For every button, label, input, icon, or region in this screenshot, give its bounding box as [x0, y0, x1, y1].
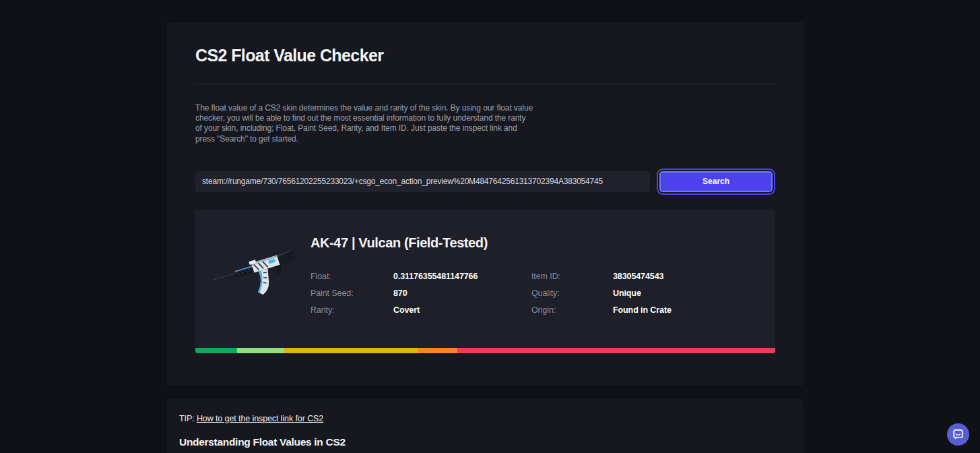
item-result-card: AK-47 | Vulcan (Field-Tested) Float: 0.3…	[195, 210, 775, 353]
search-button[interactable]: Search	[659, 171, 773, 192]
float-checker-card: CS2 Float Value Checker The float value …	[167, 22, 804, 386]
stats-column-right: Item ID: 38305474543 Quality: Unique Ori…	[531, 272, 672, 315]
float-bar-segment-field-tested	[284, 348, 418, 353]
stat-value: Covert	[393, 305, 420, 315]
stat-label: Paint Seed:	[311, 289, 393, 298]
stat-row-float: Float: 0.31176355481147766	[311, 272, 531, 281]
stat-label: Quality:	[531, 289, 613, 298]
stats-column-left: Float: 0.31176355481147766 Paint Seed: 8…	[311, 272, 531, 315]
stat-value: Found in Crate	[613, 305, 672, 315]
chat-widget-button[interactable]	[947, 423, 969, 446]
float-bar-segment-minimal-wear	[237, 348, 284, 353]
page-description: The float value of a CS2 skin determines…	[195, 103, 533, 144]
stat-value: 870	[393, 289, 407, 298]
tip-prefix: TIP:	[179, 414, 197, 423]
stat-row-rarity: Rarity: Covert	[311, 305, 531, 315]
float-bar	[195, 348, 775, 353]
info-section-card: TIP: How to get the inspect link for CS2…	[167, 399, 804, 453]
stat-row-paint-seed: Paint Seed: 870	[311, 289, 531, 298]
item-title: AK-47 | Vulcan (Field-Tested)	[311, 235, 672, 251]
ak47-vulcan-image	[211, 238, 299, 305]
stat-row-item-id: Item ID: 38305474543	[531, 272, 672, 281]
inspect-link-help-link[interactable]: How to get the inspect link for CS2	[197, 414, 323, 423]
search-row: Search	[195, 171, 775, 192]
float-bar-segment-well-worn	[418, 348, 457, 353]
item-content: AK-47 | Vulcan (Field-Tested) Float: 0.3…	[311, 235, 672, 315]
float-bar-segment-factory-new	[195, 348, 237, 353]
inspect-link-input[interactable]	[195, 171, 650, 192]
stat-row-quality: Quality: Unique	[531, 289, 672, 298]
stat-label: Origin:	[531, 305, 613, 315]
float-bar-segment-battle-scarred	[457, 348, 775, 353]
section-heading: Understanding Float Values in CS2	[179, 436, 791, 448]
stat-value: 0.31176355481147766	[393, 272, 478, 281]
stat-row-origin: Origin: Found in Crate	[531, 305, 672, 315]
page-title: CS2 Float Value Checker	[195, 46, 775, 65]
stat-value: 38305474543	[613, 272, 663, 281]
stat-label: Rarity:	[311, 305, 393, 315]
divider	[195, 84, 775, 84]
stat-label: Item ID:	[531, 272, 613, 281]
chat-bubble-icon	[952, 428, 965, 441]
stat-value: Unique	[613, 289, 641, 298]
stat-label: Float:	[311, 272, 393, 281]
item-stats: Float: 0.31176355481147766 Paint Seed: 8…	[311, 272, 672, 315]
tip-line: TIP: How to get the inspect link for CS2	[179, 414, 791, 423]
